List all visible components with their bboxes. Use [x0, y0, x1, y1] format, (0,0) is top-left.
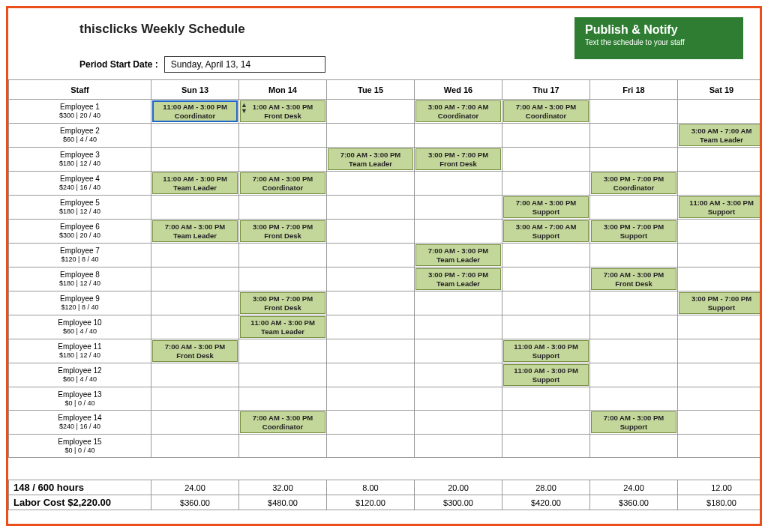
- shift-block[interactable]: 11:00 AM - 3:00 PMTeam Leader: [240, 316, 326, 338]
- shift-cell[interactable]: [152, 411, 239, 435]
- shift-cell[interactable]: [590, 100, 678, 124]
- shift-block[interactable]: 3:00 PM - 7:00 PMFront Desk: [240, 220, 326, 242]
- shift-block[interactable]: 3:00 AM - 7:00 AMTeam Leader: [679, 124, 762, 146]
- shift-cell[interactable]: [678, 148, 763, 172]
- shift-cell[interactable]: [678, 172, 763, 196]
- shift-cell[interactable]: 11:00 AM - 3:00 PMTeam Leader: [152, 172, 239, 196]
- shift-block[interactable]: 3:00 PM - 7:00 PMTeam Leader: [416, 268, 501, 290]
- shift-block[interactable]: 7:00 AM - 3:00 PMCoordinator: [240, 172, 326, 194]
- shift-cell[interactable]: [590, 387, 678, 411]
- shift-cell[interactable]: [590, 196, 678, 220]
- shift-cell[interactable]: [327, 291, 415, 315]
- shift-cell[interactable]: 3:00 PM - 7:00 PMFront Desk: [239, 291, 327, 315]
- shift-cell[interactable]: [152, 315, 239, 339]
- shift-cell[interactable]: [327, 196, 415, 220]
- shift-cell[interactable]: [415, 411, 502, 435]
- shift-cell[interactable]: [239, 124, 327, 148]
- shift-cell[interactable]: [327, 339, 415, 363]
- shift-cell[interactable]: [239, 339, 327, 363]
- shift-cell[interactable]: 3:00 PM - 7:00 PMCoordinator: [590, 172, 678, 196]
- shift-cell[interactable]: [152, 148, 239, 172]
- shift-cell[interactable]: [678, 244, 763, 267]
- shift-cell[interactable]: [327, 363, 415, 387]
- shift-cell[interactable]: [502, 435, 590, 458]
- shift-cell[interactable]: [327, 220, 415, 244]
- shift-cell[interactable]: 7:00 AM - 3:00 PMCoordinator: [239, 172, 327, 196]
- shift-cell[interactable]: [327, 387, 415, 411]
- shift-cell[interactable]: 3:00 PM - 7:00 PMFront Desk: [415, 148, 502, 172]
- shift-block[interactable]: 11:00 AM - 3:00 PMSupport: [679, 196, 762, 218]
- shift-cell[interactable]: [152, 435, 239, 458]
- shift-cell[interactable]: [590, 315, 678, 339]
- shift-cell[interactable]: [327, 244, 415, 267]
- shift-cell[interactable]: [502, 124, 590, 148]
- shift-cell[interactable]: [152, 244, 239, 267]
- shift-cell[interactable]: [415, 315, 502, 339]
- shift-cell[interactable]: 1:00 AM - 3:00 PMFront Desk▲▼: [239, 100, 327, 124]
- shift-cell[interactable]: 7:00 AM - 3:00 PMCoordinator: [502, 100, 590, 124]
- shift-cell[interactable]: [678, 339, 763, 363]
- shift-cell[interactable]: [415, 435, 502, 458]
- shift-cell[interactable]: [502, 244, 590, 267]
- shift-cell[interactable]: [590, 124, 678, 148]
- shift-block[interactable]: 3:00 AM - 7:00 AMSupport: [503, 220, 589, 242]
- shift-cell[interactable]: 3:00 AM - 7:00 AMTeam Leader: [678, 124, 763, 148]
- shift-cell[interactable]: 7:00 AM - 3:00 PMCoordinator: [239, 411, 327, 435]
- shift-block[interactable]: 7:00 AM - 3:00 PMTeam Leader: [416, 244, 501, 266]
- shift-block[interactable]: 11:00 AM - 3:00 PMTeam Leader: [152, 172, 238, 194]
- shift-cell[interactable]: 3:00 PM - 7:00 PMSupport: [590, 220, 678, 244]
- shift-cell[interactable]: [152, 267, 239, 291]
- shift-cell[interactable]: [415, 196, 502, 220]
- publish-notify-button[interactable]: Publish & Notify Text the schedule to yo…: [574, 17, 743, 59]
- shift-cell[interactable]: [415, 291, 502, 315]
- shift-block[interactable]: 7:00 AM - 3:00 PMCoordinator: [240, 411, 326, 433]
- shift-cell[interactable]: [502, 387, 590, 411]
- shift-cell[interactable]: [415, 172, 502, 196]
- shift-cell[interactable]: [415, 363, 502, 387]
- shift-cell[interactable]: [415, 220, 502, 244]
- shift-cell[interactable]: [590, 148, 678, 172]
- shift-cell[interactable]: [327, 172, 415, 196]
- shift-cell[interactable]: [590, 435, 678, 458]
- shift-cell[interactable]: 11:00 AM - 3:00 PMTeam Leader: [239, 315, 327, 339]
- shift-block[interactable]: 11:00 AM - 3:00 PMSupport: [503, 340, 589, 362]
- shift-cell[interactable]: 11:00 AM - 3:00 PMCoordinator: [152, 100, 239, 124]
- shift-cell[interactable]: [590, 339, 678, 363]
- shift-block[interactable]: 3:00 PM - 7:00 PMSupport: [591, 220, 676, 242]
- shift-block[interactable]: 3:00 PM - 7:00 PMFront Desk: [416, 148, 501, 170]
- shift-cell[interactable]: [502, 148, 590, 172]
- shift-cell[interactable]: [502, 291, 590, 315]
- shift-cell[interactable]: [239, 435, 327, 458]
- shift-cell[interactable]: 7:00 AM - 3:00 PMTeam Leader: [152, 220, 239, 244]
- shift-cell[interactable]: 7:00 AM - 3:00 PMTeam Leader: [327, 148, 415, 172]
- shift-block[interactable]: 3:00 PM - 7:00 PMFront Desk: [240, 292, 326, 314]
- shift-cell[interactable]: [327, 100, 415, 124]
- shift-cell[interactable]: [678, 100, 763, 124]
- shift-cell[interactable]: [590, 291, 678, 315]
- period-start-date-input[interactable]: [164, 56, 326, 73]
- shift-cell[interactable]: 3:00 PM - 7:00 PMTeam Leader: [415, 267, 502, 291]
- shift-cell[interactable]: 11:00 AM - 3:00 PMSupport: [502, 363, 590, 387]
- shift-cell[interactable]: [590, 363, 678, 387]
- shift-block[interactable]: 3:00 AM - 7:00 AMCoordinator: [416, 100, 501, 122]
- shift-cell[interactable]: [502, 172, 590, 196]
- shift-cell[interactable]: [152, 387, 239, 411]
- shift-block[interactable]: 11:00 AM - 3:00 PMCoordinator: [152, 100, 238, 122]
- shift-block[interactable]: 11:00 AM - 3:00 PMSupport: [503, 364, 589, 386]
- shift-cell[interactable]: 3:00 PM - 7:00 PMSupport: [678, 291, 763, 315]
- shift-cell[interactable]: [415, 387, 502, 411]
- shift-cell[interactable]: [239, 387, 327, 411]
- shift-cell[interactable]: [327, 267, 415, 291]
- shift-block[interactable]: 3:00 PM - 7:00 PMSupport: [679, 292, 762, 314]
- shift-block[interactable]: 7:00 AM - 3:00 PMCoordinator: [503, 100, 589, 122]
- shift-block[interactable]: 7:00 AM - 3:00 PMFront Desk: [152, 340, 238, 362]
- shift-cell[interactable]: [678, 387, 763, 411]
- shift-cell[interactable]: 7:00 AM - 3:00 PMTeam Leader: [415, 244, 502, 267]
- shift-block[interactable]: 7:00 AM - 3:00 PMTeam Leader: [328, 148, 413, 170]
- shift-cell[interactable]: [678, 315, 763, 339]
- shift-cell[interactable]: [678, 435, 763, 458]
- shift-block[interactable]: 7:00 AM - 3:00 PMSupport: [591, 411, 676, 433]
- shift-cell[interactable]: [239, 196, 327, 220]
- shift-cell[interactable]: [152, 363, 239, 387]
- shift-cell[interactable]: [239, 267, 327, 291]
